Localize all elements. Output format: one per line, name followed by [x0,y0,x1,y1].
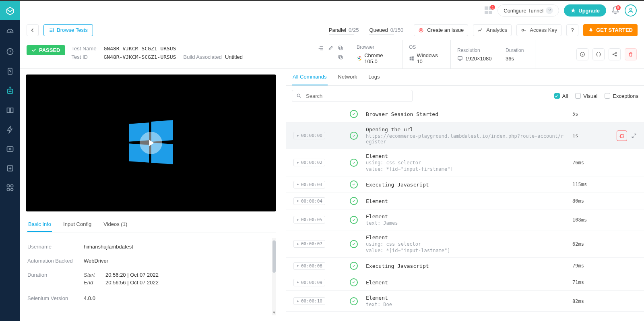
command-row[interactable]: 00:00:10Elementtext: Doe82ms [286,291,644,312]
command-row[interactable]: 00:00:05Elementtext: James108ms [286,209,644,230]
expand-icon[interactable] [631,133,637,139]
timestamp-pill[interactable]: 00:00:04 [293,197,325,205]
help-button[interactable]: ? [566,24,578,36]
play-icon[interactable] [140,132,162,154]
res-lbl: Resolution [457,48,492,53]
os-value: Windows 10 [409,52,444,64]
dashboard-icon[interactable] [6,28,14,36]
command-row[interactable]: Browser Session Started5s [286,106,644,122]
brand-logo[interactable] [0,1,20,20]
share-icon[interactable] [609,48,621,60]
timestamp-pill[interactable]: 00:00:10 [293,297,325,305]
tab-network[interactable]: Network [337,69,358,85]
command-detail: using: css selector [366,160,564,166]
svg-point-10 [9,148,11,150]
access-key-label: Access Key [530,27,557,33]
history-icon[interactable] [6,48,14,56]
timestamp-pill[interactable]: 00:00:05 [293,216,325,224]
test-name-lbl: Test Name [72,46,101,52]
search-input[interactable] [292,90,413,102]
automation-icon[interactable] [6,86,14,95]
search-icon [296,93,302,99]
configure-tunnel-label: Configure Tunnel [504,8,543,14]
timestamp-pill[interactable]: 00:00:00 [293,132,325,139]
tab-logs[interactable]: Logs [367,69,380,85]
upgrade-button[interactable]: Upgrade [564,4,606,17]
command-title: Executing Javascript [366,263,564,269]
analytics-button[interactable]: Analytics [473,24,512,36]
username-value: himanshujlambdatest [84,244,273,250]
tab-basic-info[interactable]: Basic Info [27,217,52,232]
copy-id-icon[interactable] [338,54,343,60]
report-bug-icon[interactable] [617,130,627,141]
command-title: Executing Javascript [366,182,564,188]
info-icon[interactable] [576,48,588,60]
create-issue-label: Create an issue [427,27,464,33]
command-detail: text: Doe [366,302,564,307]
browse-tests-button[interactable]: Browse Tests [43,24,93,36]
screen-icon[interactable] [6,145,14,153]
back-button[interactable] [27,24,39,36]
tab-all-commands[interactable]: All Commands [292,69,328,85]
username-lbl: Username [27,244,84,250]
delete-icon[interactable] [625,48,637,60]
status-label: PASSED [39,47,60,53]
command-row[interactable]: 00:00:03Executing Javascript115ms [286,176,644,193]
apps-grid-icon[interactable]: 1 [485,6,493,14]
timestamp-pill[interactable]: 00:00:09 [293,279,325,286]
filter-all-checkbox[interactable]: ✓All [554,93,568,99]
access-key-button[interactable]: Access Key [516,24,561,36]
dur-value: 36s [506,56,514,62]
command-row[interactable]: 00:00:08Executing Javascript79ms [286,258,644,274]
command-row[interactable]: 00:00:07Elementusing: css selectorvalue:… [286,230,644,258]
upgrade-label: Upgrade [578,8,600,14]
tab-videos[interactable]: Videos (1) [103,217,128,232]
create-issue-button[interactable]: Create an issue [414,24,468,36]
live-icon[interactable] [592,48,605,60]
command-duration: 108ms [572,217,601,223]
compare-icon[interactable] [6,106,14,114]
command-list[interactable]: Browser Session Started5s00:00:00Opening… [286,106,644,321]
add-icon[interactable] [6,164,14,172]
svg-rect-19 [340,47,343,50]
timestamp-pill[interactable]: 00:00:02 [293,159,325,166]
edit-icon[interactable] [328,45,334,52]
integrations-icon[interactable] [6,184,14,192]
command-title: Element [366,234,564,240]
svg-rect-9 [7,147,13,151]
scrollbar[interactable]: ▼ [272,238,276,315]
command-row[interactable]: 00:00:09Element71ms [286,274,644,291]
timestamp-pill[interactable]: 00:00:08 [293,262,325,270]
battery-icon[interactable] [6,67,14,75]
svg-rect-21 [340,56,343,59]
analytics-label: Analytics [486,27,507,33]
search-field[interactable] [305,93,408,99]
command-row[interactable]: 00:00:00Opening the urlhttps://ecommerce… [286,122,644,149]
video-player[interactable] [26,75,276,211]
start-value: 20:56:20 | Oct 07 2022 [105,272,159,278]
user-avatar[interactable] [625,4,637,17]
svg-point-17 [420,29,422,31]
filter-visual-checkbox[interactable]: Visual [575,93,597,99]
timestamp-pill[interactable]: 00:00:03 [293,181,325,188]
bolt-icon[interactable] [6,126,14,134]
filter-exceptions-checkbox[interactable]: Exceptions [605,93,638,99]
sort-icon[interactable] [318,45,324,52]
selenium-lbl: Selenium Version [27,295,84,301]
command-row[interactable]: 00:00:02Elementusing: css selectorvalue:… [286,149,644,176]
tab-input-config[interactable]: Input Config [62,217,92,232]
windows-icon [409,56,414,61]
configure-tunnel-button[interactable]: Configure Tunnel ? [497,4,559,17]
get-started-label: GET STARTED [596,27,633,33]
backed-lbl: Automation Backed [27,258,84,264]
notifications-icon[interactable]: 5 [611,6,620,15]
command-row[interactable]: 00:00:04Element80ms [286,193,644,209]
queued-label: Queued [369,27,388,33]
get-started-button[interactable]: GET STARTED [583,24,638,36]
command-duration: 115ms [572,182,601,187]
command-detail: https://ecommerce-playground.lambdatest.… [366,133,564,145]
svg-point-16 [419,28,423,32]
timestamp-pill[interactable]: 00:00:07 [293,240,325,248]
status-ok-icon [350,262,358,270]
copy-icon[interactable] [338,45,343,52]
